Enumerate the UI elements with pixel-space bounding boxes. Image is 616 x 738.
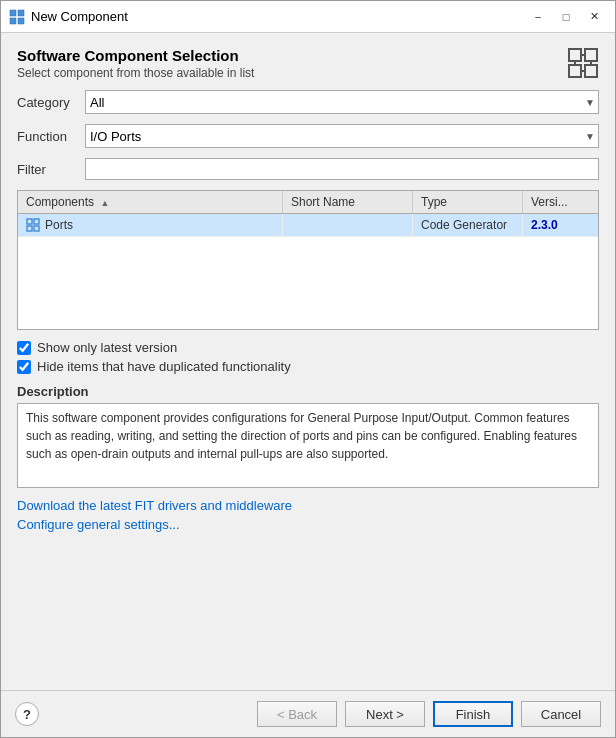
filter-input[interactable] [85, 158, 599, 180]
description-label: Description [17, 384, 599, 399]
main-window: New Component − □ ✕ Software Component S… [0, 0, 616, 738]
category-label: Category [17, 95, 77, 110]
svg-rect-13 [34, 219, 39, 224]
links-section: Download the latest FIT drivers and midd… [17, 498, 599, 532]
category-select-wrapper: All ▼ [85, 90, 599, 114]
section-title-block: Software Component Selection Select comp… [17, 47, 254, 80]
header-icon [567, 47, 599, 79]
category-select[interactable]: All [85, 90, 599, 114]
section-subtitle: Select component from those available in… [17, 66, 254, 80]
svg-rect-5 [585, 49, 597, 61]
components-table: Components ▲ Short Name Type Versi... [17, 190, 599, 330]
finish-button[interactable]: Finish [433, 701, 513, 727]
cancel-button[interactable]: Cancel [521, 701, 601, 727]
filter-label: Filter [17, 162, 77, 177]
svg-rect-12 [27, 219, 32, 224]
function-row: Function I/O Ports ▼ [17, 124, 599, 148]
table-row[interactable]: Ports Code Generator 2.3.0 [18, 214, 598, 237]
function-select-wrapper: I/O Ports ▼ [85, 124, 599, 148]
window-controls: − □ ✕ [525, 7, 607, 27]
col-header-components: Components ▲ [18, 191, 283, 213]
svg-rect-7 [585, 65, 597, 77]
cell-shortname [283, 214, 413, 236]
fit-drivers-link[interactable]: Download the latest FIT drivers and midd… [17, 498, 599, 513]
description-box: This software component provides configu… [17, 403, 599, 488]
minimize-button[interactable]: − [525, 7, 551, 27]
function-label: Function [17, 129, 77, 144]
cell-with-icon: Ports [26, 218, 274, 232]
svg-rect-2 [10, 18, 16, 24]
title-bar: New Component − □ ✕ [1, 1, 615, 33]
svg-rect-0 [10, 10, 16, 16]
svg-rect-14 [27, 226, 32, 231]
checkboxes-section: Show only latest version Hide items that… [17, 340, 599, 374]
close-button[interactable]: ✕ [581, 7, 607, 27]
window-title: New Component [31, 9, 519, 24]
table-header: Components ▲ Short Name Type Versi... [18, 191, 598, 214]
no-duplicates-label[interactable]: Hide items that have duplicated function… [37, 359, 291, 374]
latest-version-checkbox[interactable] [17, 341, 31, 355]
dialog-content: Software Component Selection Select comp… [1, 33, 615, 690]
help-button[interactable]: ? [15, 702, 39, 726]
col-header-version: Versi... [523, 191, 598, 213]
col-header-type: Type [413, 191, 523, 213]
cell-type: Code Generator [413, 214, 523, 236]
next-button[interactable]: Next > [345, 701, 425, 727]
general-settings-link[interactable]: Configure general settings... [17, 517, 599, 532]
section-title: Software Component Selection [17, 47, 254, 64]
filter-row: Filter [17, 158, 599, 180]
svg-rect-3 [18, 18, 24, 24]
function-select[interactable]: I/O Ports [85, 124, 599, 148]
latest-version-row: Show only latest version [17, 340, 599, 355]
maximize-button[interactable]: □ [553, 7, 579, 27]
no-duplicates-row: Hide items that have duplicated function… [17, 359, 599, 374]
section-header: Software Component Selection Select comp… [17, 47, 599, 80]
no-duplicates-checkbox[interactable] [17, 360, 31, 374]
back-button[interactable]: < Back [257, 701, 337, 727]
description-section: Description This software component prov… [17, 384, 599, 488]
table-body: Ports Code Generator 2.3.0 [18, 214, 598, 329]
svg-rect-1 [18, 10, 24, 16]
ports-icon [26, 218, 40, 232]
bottom-bar: ? < Back Next > Finish Cancel [1, 690, 615, 737]
description-text: This software component provides configu… [26, 411, 577, 461]
svg-rect-15 [34, 226, 39, 231]
svg-rect-6 [569, 65, 581, 77]
spacer [17, 542, 599, 680]
category-row: Category All ▼ [17, 90, 599, 114]
cell-name: Ports [18, 214, 283, 236]
cell-version: 2.3.0 [523, 214, 598, 236]
svg-rect-4 [569, 49, 581, 61]
window-icon [9, 9, 25, 25]
col-header-shortname: Short Name [283, 191, 413, 213]
latest-version-label[interactable]: Show only latest version [37, 340, 177, 355]
sort-indicator: ▲ [100, 198, 109, 208]
